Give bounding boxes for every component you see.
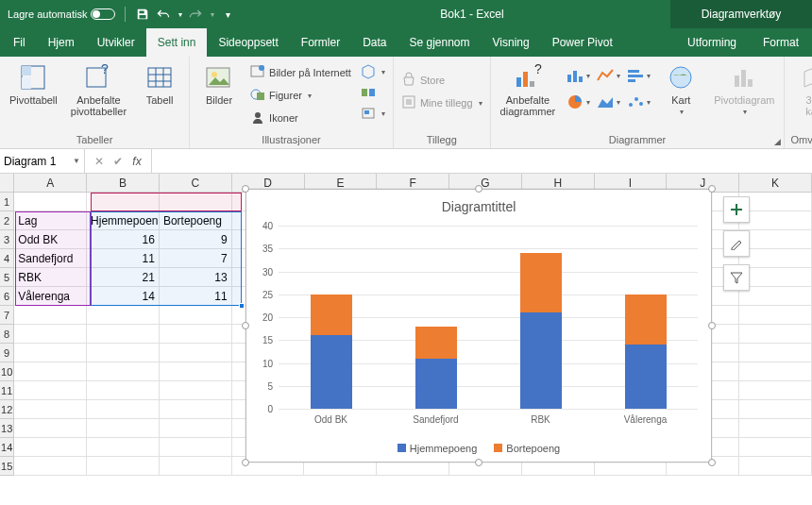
chart-type-scatter[interactable]: ▾	[625, 91, 651, 113]
cell[interactable]: Bortepoeng	[160, 211, 232, 230]
recommended-pivot-button[interactable]: ? Anbefalte pivottabeller	[67, 59, 130, 117]
chart-title[interactable]: Diagramtittel	[246, 190, 711, 218]
cell[interactable]	[739, 438, 812, 457]
cell[interactable]	[739, 211, 812, 230]
cell[interactable]	[14, 438, 87, 457]
cell[interactable]: 13	[160, 268, 232, 287]
cell[interactable]	[14, 193, 87, 211]
fx-icon[interactable]: fx	[128, 155, 145, 168]
cell[interactable]	[14, 325, 87, 344]
table-button[interactable]: Tabell	[136, 59, 183, 106]
tab-se-gjennom[interactable]: Se gjennom	[398, 28, 482, 57]
cell[interactable]	[160, 306, 232, 325]
chart-elements-button[interactable]	[723, 196, 750, 223]
cell[interactable]	[739, 193, 812, 211]
col-header[interactable]: A	[14, 174, 87, 192]
col-header[interactable]: K	[739, 174, 812, 192]
save-icon[interactable]	[135, 7, 150, 22]
cell[interactable]	[160, 381, 232, 400]
cell[interactable]	[87, 381, 160, 400]
my-addins-button[interactable]: Mine tillegg▾	[399, 93, 484, 113]
col-header[interactable]: C	[160, 174, 232, 192]
cell[interactable]	[160, 193, 232, 211]
cell[interactable]	[87, 400, 160, 419]
chart-legend[interactable]: Hjemmepoeng Bortepoeng	[246, 443, 711, 454]
cell[interactable]	[87, 344, 160, 362]
cell[interactable]	[160, 438, 232, 457]
3dmap-button[interactable]: 3D- kart▾	[790, 59, 812, 127]
cell[interactable]	[739, 381, 812, 400]
row-header[interactable]: 8	[0, 325, 14, 344]
cell[interactable]: 7	[160, 249, 232, 268]
tab-fil[interactable]: Fil	[2, 28, 37, 57]
maps-button[interactable]: Kart▾	[657, 59, 704, 116]
tab-hjem[interactable]: Hjem	[37, 28, 86, 57]
bar-segment-borte[interactable]	[311, 295, 352, 336]
cell[interactable]	[739, 268, 812, 287]
tab-visning[interactable]: Visning	[482, 28, 541, 57]
formula-input[interactable]	[151, 149, 812, 173]
cell[interactable]	[87, 306, 160, 325]
cell[interactable]: 11	[160, 287, 232, 306]
cell[interactable]	[87, 325, 160, 344]
chart-object[interactable]: Diagramtittel 0510152025303540Odd BKSand…	[245, 189, 712, 463]
row-header[interactable]: 14	[0, 438, 14, 457]
cell[interactable]	[160, 344, 232, 362]
col-header[interactable]: B	[87, 174, 160, 192]
cell[interactable]	[160, 400, 232, 419]
online-pictures-button[interactable]: Bilder på Internett	[248, 62, 353, 83]
screenshot-button[interactable]: ▾	[359, 104, 387, 123]
row-header[interactable]: 5	[0, 268, 14, 287]
tab-formler[interactable]: Formler	[290, 28, 351, 57]
cell[interactable]: 14	[87, 287, 160, 306]
bar-segment-borte[interactable]	[520, 253, 562, 312]
name-box-dropdown[interactable]: ▼	[73, 157, 80, 165]
undo-dropdown[interactable]: ▾	[178, 10, 182, 19]
pictures-button[interactable]: Bilder	[195, 59, 243, 106]
tab-sideoppsett[interactable]: Sideoppsett	[207, 28, 289, 57]
cell[interactable]	[14, 381, 87, 400]
cell[interactable]	[14, 400, 87, 419]
row-header[interactable]: 12	[0, 400, 14, 419]
autosave-switch[interactable]	[91, 8, 115, 20]
chart-handle[interactable]	[475, 459, 482, 466]
select-all-corner[interactable]	[0, 174, 14, 192]
smartart-button[interactable]	[359, 83, 387, 102]
cell[interactable]: Odd BK	[14, 230, 87, 249]
row-header[interactable]: 7	[0, 306, 14, 325]
name-box[interactable]: Diagram 1 ▼	[0, 149, 85, 173]
chart-handle[interactable]	[242, 185, 249, 193]
chart-type-area[interactable]: ▾	[595, 91, 621, 113]
shapes-button[interactable]: Figurer▾	[248, 85, 353, 106]
qat-customize-icon[interactable]: ▾	[220, 7, 235, 22]
bar-segment-hjemme[interactable]	[520, 312, 562, 409]
tab-sett-inn[interactable]: Sett inn	[146, 28, 208, 57]
recommended-charts-button[interactable]: ? Anbefalte diagrammer	[497, 59, 560, 117]
tab-utforming[interactable]: Utforming	[674, 28, 750, 57]
cell[interactable]: 21	[87, 268, 160, 287]
chart-handle[interactable]	[708, 322, 716, 329]
cell[interactable]	[87, 419, 160, 438]
bar-segment-borte[interactable]	[625, 295, 667, 345]
cell[interactable]	[14, 457, 87, 476]
chart-plot-area[interactable]: 0510152025303540Odd BKSandefjordRBKVåler…	[279, 226, 698, 409]
cell[interactable]	[739, 457, 812, 476]
chart-handle[interactable]	[242, 322, 249, 329]
cell[interactable]	[14, 344, 87, 362]
cell[interactable]	[739, 344, 812, 362]
cell[interactable]	[14, 362, 87, 381]
3dmodels-button[interactable]: ▾	[359, 62, 387, 81]
tab-utvikler[interactable]: Utvikler	[86, 28, 146, 57]
cell[interactable]	[739, 362, 812, 381]
cell[interactable]	[739, 306, 812, 325]
redo-icon[interactable]	[188, 7, 203, 22]
chart-type-line[interactable]: ▾	[595, 64, 621, 87]
pivotchart-button[interactable]: Pivotdiagram▾	[710, 59, 778, 116]
confirm-edit-icon[interactable]: ✔	[110, 155, 127, 168]
chart-type-pie[interactable]: ▾	[565, 91, 591, 113]
row-header[interactable]: 15	[0, 457, 14, 476]
cell[interactable]	[739, 249, 812, 268]
cell[interactable]	[739, 230, 812, 249]
row-header[interactable]: 11	[0, 381, 14, 400]
cell[interactable]: Lag	[14, 211, 87, 230]
